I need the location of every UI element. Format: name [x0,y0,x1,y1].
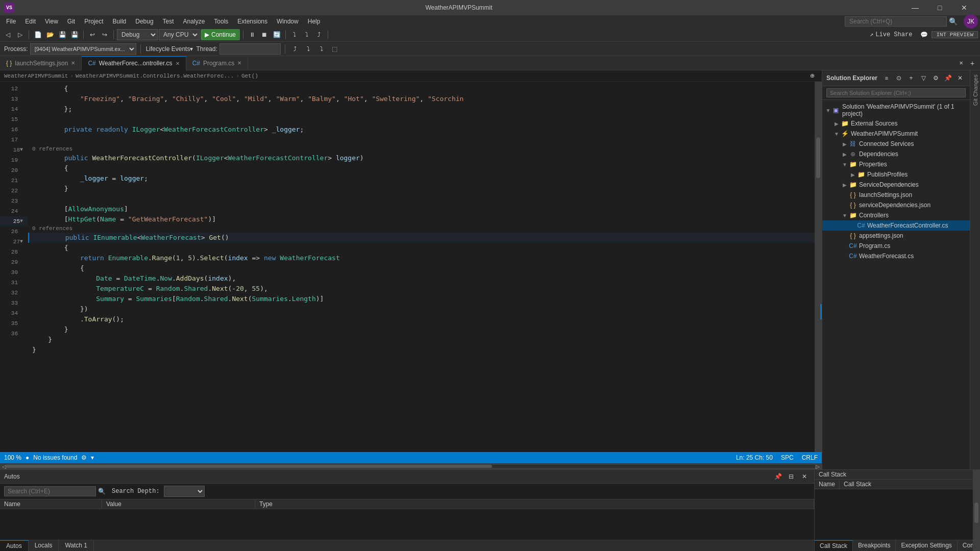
feedback-button[interactable]: 💬 [918,29,929,40]
autos-search-input[interactable] [4,486,96,496]
close-all-tabs-button[interactable]: ✕ [955,58,967,69]
menu-help[interactable]: Help [304,17,325,26]
expand-external-icon[interactable]: ▶ [832,121,841,127]
expand-solution-icon[interactable]: ▼ [824,108,832,113]
tab-command-window[interactable]: Command Win... [958,540,973,551]
menu-analyze[interactable]: Analyze [179,17,209,26]
expand-controllers-icon[interactable]: ▼ [841,213,849,218]
se-search-input[interactable] [826,88,966,97]
undo-button[interactable]: ↩ [87,29,98,40]
edit-config-arrow[interactable]: ▾ [91,454,94,461]
menu-project[interactable]: Project [80,17,107,26]
tree-service-dependencies-json[interactable]: { } serviceDependencies.json [822,200,970,210]
tab-call-stack[interactable]: Call Stack [815,540,853,551]
tree-controllers-folder[interactable]: ▼ 📁 Controllers [822,210,970,220]
tree-publish-profiles[interactable]: ▶ 📁 PublishProfiles [822,169,970,180]
forward-button[interactable]: ▷ [14,29,26,40]
scroll-left-button[interactable]: ◁ [2,464,6,469]
restart-button[interactable]: 🔄 [271,29,282,40]
int-preview-button[interactable]: INT PREVIEW [932,31,978,38]
save-all-button[interactable]: 💾 [69,29,80,40]
search-icon-autos[interactable]: 🔍 [98,488,106,495]
tab-breakpoints[interactable]: Breakpoints [853,540,896,551]
tree-dependencies[interactable]: ▶ ⊕ Dependencies [822,149,970,159]
expand-project-icon[interactable]: ▼ [832,131,841,137]
expand-publish-icon[interactable]: ▶ [849,172,857,178]
tree-connected-services[interactable]: ▶ ⛓ Connected Services [822,139,970,149]
tree-weather-controller-file[interactable]: C# WeatherForecastController.cs [822,220,970,231]
step-over-button[interactable]: ⤵ [289,29,300,40]
menu-edit[interactable]: Edit [21,17,40,26]
platform-dropdown[interactable]: Any CPU x64 x86 [159,29,200,40]
new-tab-button[interactable]: + [967,58,978,69]
se-collapse-all[interactable]: ≡ [881,72,892,84]
edit-config-icon[interactable]: ⚙ [81,454,87,461]
breadcrumb-project[interactable]: WeatherAPIMVPSummit [4,73,68,79]
code-scroll-area[interactable]: { "Freezing", "Bracing", "Chilly", "Cool… [28,82,815,452]
breadcrumb-member[interactable]: Get() [241,73,258,79]
debug-config-dropdown[interactable]: Debug Release [117,29,158,40]
search-input[interactable] [845,16,947,27]
continue-button[interactable]: ▶ Continue [201,29,240,40]
user-avatar[interactable]: JK [964,14,978,29]
tree-service-deps[interactable]: ▶ 📁 ServiceDependencies [822,180,970,190]
horizontal-scrollbar[interactable]: ◁ ▷ [0,463,822,469]
expand-properties-icon[interactable]: ▼ [841,162,849,167]
se-settings-button[interactable]: ⚙ [930,72,941,84]
autos-pin-button[interactable]: 📌 [772,471,783,482]
git-changes-tab[interactable]: Git Changes [971,70,979,110]
pause-button[interactable]: ⏸ [247,29,258,40]
se-close-button[interactable]: ✕ [954,72,966,84]
se-pin-button[interactable]: 📌 [942,72,953,84]
maximize-button[interactable]: □ [928,0,951,15]
bottom-vertical-scrollbar[interactable] [973,470,980,551]
tab-exception-settings[interactable]: Exception Settings [896,540,957,551]
tab-launch-settings-close[interactable]: ✕ [71,60,75,66]
tab-locals[interactable]: Locals [29,540,59,551]
tab-watch1[interactable]: Watch 1 [59,540,94,551]
fold-icon-18[interactable]: ▼ [20,145,25,155]
breadcrumb-expand-button[interactable]: ⊕ [806,70,818,82]
redo-button[interactable]: ↪ [99,29,110,40]
expand-connected-icon[interactable]: ▶ [841,141,849,147]
menu-window[interactable]: Window [273,17,303,26]
menu-test[interactable]: Test [159,17,178,26]
expand-deps-icon[interactable]: ▶ [841,152,849,157]
lifecycle-button[interactable]: Lifecycle Events ▾ [145,43,194,55]
zoom-level[interactable]: 100 % [4,454,21,461]
new-file-button[interactable]: 📄 [32,29,43,40]
menu-extensions[interactable]: Extensions [233,17,272,26]
stop-button[interactable]: ⏹ [259,29,270,40]
expand-service-deps-icon[interactable]: ▶ [841,182,849,188]
tab-program-close[interactable]: ✕ [237,60,241,66]
thread-input[interactable] [219,43,281,55]
live-share-button[interactable]: ↗ Live Share [866,30,916,39]
search-icon[interactable]: 🔍 [949,17,958,26]
step-into-button[interactable]: ⤵ [301,29,312,40]
save-button[interactable]: 💾 [57,29,68,40]
menu-build[interactable]: Build [109,17,131,26]
tree-external-sources[interactable]: ▶ 📁 External Sources [822,118,970,129]
h-scroll-thumb[interactable] [6,465,492,468]
tree-appsettings[interactable]: { } appsettings.json [822,231,970,241]
tree-weather-forecast-cs[interactable]: C# WeatherForecast.cs [822,251,970,261]
tree-project[interactable]: ▼ ⚡ WeatherAPIMVPSummit [822,129,970,139]
tab-weather-controller-close[interactable]: ✕ [176,61,180,66]
se-sync-with-active[interactable]: ⊙ [893,72,904,84]
autos-float-button[interactable]: ⊟ [786,471,797,482]
autos-close-button[interactable]: ✕ [799,471,810,482]
se-filter-button[interactable]: ▽ [918,72,929,84]
tree-properties[interactable]: ▼ 📁 Properties [822,159,970,169]
vertical-scrollbar[interactable] [815,82,822,452]
step-out-button[interactable]: ⤴ [313,29,325,40]
process-dropdown[interactable]: [9404] WeatherAPIMVPSummit.ex... [30,43,136,55]
tree-solution[interactable]: ▼ ▣ Solution 'WeatherAPIMVPSummit' (1 of… [822,102,970,118]
back-button[interactable]: ◁ [2,29,13,40]
open-button[interactable]: 📂 [44,29,56,40]
menu-tools[interactable]: Tools [210,17,232,26]
tab-autos[interactable]: Autos [0,540,29,551]
debug-nav-1[interactable]: ⤴ [289,43,301,55]
menu-view[interactable]: View [41,17,62,26]
tab-launch-settings[interactable]: { } launchSettings.json ✕ [0,56,82,70]
breadcrumb-namespace[interactable]: WeatherAPIMVPSummit.Controllers.WeatherF… [76,73,234,79]
